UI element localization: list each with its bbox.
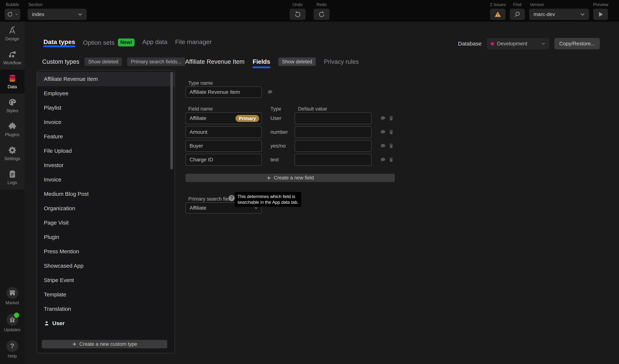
sidebar-item-label: Settings — [4, 156, 20, 161]
type-name-input[interactable] — [186, 89, 261, 95]
environment-select[interactable]: Development — [487, 38, 549, 49]
sidebar-item-styles[interactable]: Styles — [0, 94, 25, 117]
field-name-input[interactable] — [186, 143, 261, 149]
bubble-menu-group: Bubble — [5, 0, 20, 22]
warning-icon — [494, 11, 501, 18]
custom-type-item-user[interactable]: User — [37, 316, 175, 331]
redo-button[interactable] — [313, 9, 330, 20]
sidebar-item-settings[interactable]: Settings — [0, 141, 25, 166]
field-name-input[interactable] — [186, 157, 261, 163]
custom-type-item-page-visit[interactable]: Page Visit — [37, 216, 175, 230]
undo-button[interactable] — [290, 9, 306, 20]
tab-data-types[interactable]: Data types — [43, 39, 75, 45]
field-type[interactable]: number — [270, 126, 288, 138]
sidebar-item-plugins[interactable]: Plugins — [0, 117, 25, 141]
show-deleted-types-button[interactable]: Show deleted — [84, 57, 122, 66]
field-default-input[interactable] — [295, 115, 371, 121]
help-icon[interactable]: ? — [229, 195, 235, 201]
sidebar-item-updates[interactable]: Updates — [0, 314, 25, 332]
sidebar-item-workflow[interactable]: Workflow — [0, 46, 25, 70]
plus-icon — [72, 342, 77, 347]
field-name-input-box — [185, 154, 262, 166]
custom-type-item-affiliate-revenue-item[interactable]: Affiliate Revenue Item — [37, 72, 175, 86]
sidebar-item-design[interactable]: Design — [0, 22, 25, 46]
custom-type-item-invoice[interactable]: Invoice — [37, 172, 175, 187]
section-value: index — [32, 11, 44, 17]
tab-fields[interactable]: Fields — [253, 58, 270, 66]
tab-label: App data — [142, 39, 167, 45]
environment-value: Development — [497, 41, 527, 47]
find-label: Find — [510, 2, 525, 7]
custom-type-item-press-mention[interactable]: Press Mention — [37, 244, 175, 259]
redo-icon — [318, 11, 325, 18]
copy-restore-button[interactable]: Copy/Restore... — [554, 38, 600, 49]
custom-type-item-stripe-event[interactable]: Stripe Event — [37, 273, 175, 287]
version-group: Version marc-dev — [529, 0, 589, 22]
section-group: Section index — [28, 0, 87, 22]
trash-icon[interactable] — [389, 157, 394, 162]
custom-type-item-feature[interactable]: Feature — [37, 129, 175, 144]
preview-button[interactable] — [593, 9, 608, 20]
type-name-label: Type name — [188, 80, 213, 86]
comment-icon[interactable] — [380, 115, 386, 121]
comment-icon[interactable] — [267, 89, 273, 95]
issues-button[interactable] — [490, 9, 506, 20]
database-label: Database — [458, 41, 481, 47]
custom-type-item-organization[interactable]: Organization — [37, 201, 175, 216]
find-group: Find — [510, 0, 525, 22]
custom-type-item-playlist[interactable]: Playlist — [37, 101, 175, 115]
trash-icon[interactable] — [389, 129, 394, 135]
version-label: Version — [529, 2, 589, 7]
custom-type-item-medium-blog-post[interactable]: Medium Blog Post — [37, 187, 175, 201]
find-button[interactable] — [510, 9, 525, 20]
create-field-button[interactable]: Create a new field — [185, 174, 395, 182]
custom-type-item-template[interactable]: Template — [37, 287, 175, 302]
field-default-input[interactable] — [295, 129, 371, 135]
bubble-menu-button[interactable] — [5, 9, 20, 20]
custom-type-item-showcased-app[interactable]: Showcased App — [37, 259, 175, 273]
custom-type-label: Invoice — [44, 176, 61, 183]
field-type[interactable]: User — [270, 112, 281, 124]
version-select[interactable]: marc-dev — [529, 9, 589, 20]
trash-icon[interactable] — [389, 143, 394, 148]
tab-privacy-rules[interactable]: Privacy rules — [324, 58, 359, 66]
sidebar-item-logs[interactable]: Logs — [0, 166, 25, 189]
field-name-input[interactable] — [186, 129, 261, 135]
bubble-label: Bubble — [5, 2, 20, 7]
sidebar-item-help[interactable]: ? Help — [0, 340, 25, 359]
primary-search-fields-button[interactable]: Primary search fields... — [127, 57, 185, 66]
trash-icon[interactable] — [389, 115, 394, 121]
comment-icon[interactable] — [380, 143, 386, 149]
custom-type-item-translation[interactable]: Translation — [37, 302, 175, 316]
custom-type-item-invoice[interactable]: Invoice — [37, 115, 175, 129]
custom-type-item-plugin[interactable]: Plugin — [37, 230, 175, 244]
list-scrollbar-thumb[interactable] — [170, 72, 173, 169]
create-custom-type-button[interactable]: Create a new custom type — [42, 340, 167, 348]
section-select[interactable]: index — [28, 9, 87, 20]
tab-app-data[interactable]: App data — [142, 39, 167, 45]
field-default-input[interactable] — [295, 143, 371, 149]
gear-icon — [8, 146, 17, 154]
custom-types-title: Custom types — [42, 58, 79, 66]
sidebar-item-market[interactable]: Market — [0, 287, 25, 306]
tab-file-manager[interactable]: File manager — [175, 39, 212, 45]
sidebar-item-label: Styles — [6, 108, 18, 113]
custom-type-item-file-upload[interactable]: File Upload — [37, 144, 175, 158]
field-row-amount: number — [185, 126, 395, 138]
field-type[interactable]: text — [270, 154, 279, 166]
custom-type-label: File Upload — [44, 148, 72, 154]
custom-type-item-employee[interactable]: Employee — [37, 86, 175, 101]
comment-icon[interactable] — [380, 129, 386, 135]
custom-type-item-investor[interactable]: Investor — [37, 158, 175, 172]
field-name-input-box — [185, 140, 262, 152]
primary-badge: Primary — [235, 115, 259, 122]
field-type[interactable]: yes/no — [270, 140, 286, 152]
comment-icon[interactable] — [380, 157, 386, 163]
question-icon: ? — [10, 343, 14, 350]
chevron-down-icon — [541, 41, 546, 46]
tab-option-sets[interactable]: Option sets New! — [83, 39, 135, 47]
field-default-input[interactable] — [295, 157, 371, 163]
show-deleted-fields-button[interactable]: Show deleted — [278, 57, 316, 66]
sidebar-item-data[interactable]: Data — [0, 70, 25, 94]
type-title: Affiliate Revenue Item — [185, 58, 244, 66]
